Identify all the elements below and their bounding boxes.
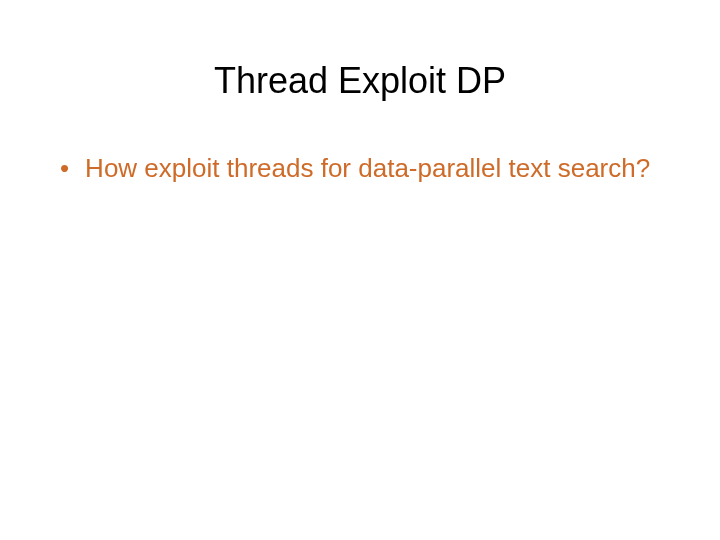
slide-content: • How exploit threads for data-parallel …	[0, 152, 720, 186]
slide: Thread Exploit DP • How exploit threads …	[0, 60, 720, 540]
slide-title: Thread Exploit DP	[0, 60, 720, 102]
bullet-item: • How exploit threads for data-parallel …	[60, 152, 660, 186]
bullet-text: How exploit threads for data-parallel te…	[85, 152, 650, 186]
bullet-marker: •	[60, 152, 69, 186]
